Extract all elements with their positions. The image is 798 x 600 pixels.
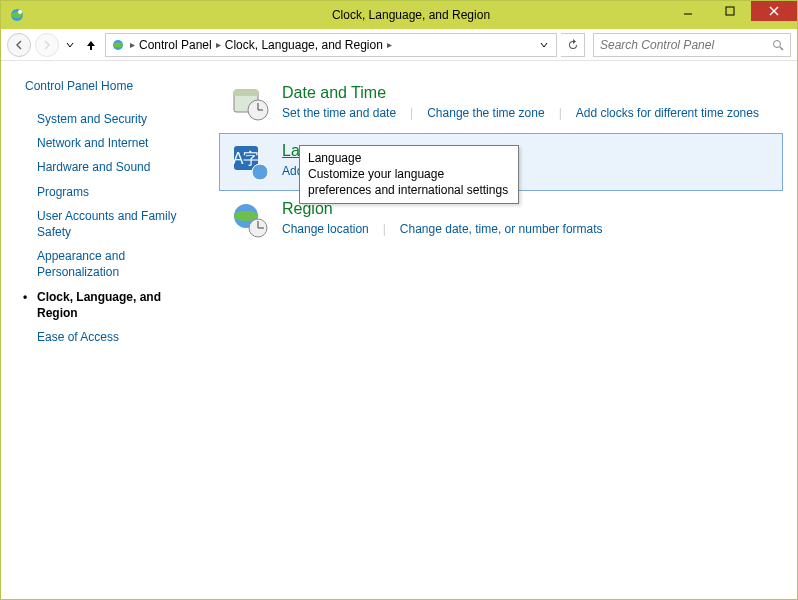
chevron-right-icon: ▸: [130, 39, 135, 50]
location-icon: [110, 37, 126, 53]
sidebar-item-user-accounts[interactable]: User Accounts and Family Safety: [25, 204, 203, 244]
window: Clock, Language, and Region: [0, 0, 798, 600]
up-button[interactable]: [81, 33, 101, 57]
tooltip-body: Customize your language preferences and …: [308, 166, 510, 198]
address-dropdown[interactable]: [536, 41, 552, 49]
breadcrumb-clock-language-region[interactable]: Clock, Language, and Region: [225, 38, 383, 52]
svg-rect-12: [234, 90, 258, 96]
link-change-time-zone[interactable]: Change the time zone: [427, 106, 544, 120]
svg-text:A字: A字: [233, 150, 260, 167]
control-panel-home-link[interactable]: Control Panel Home: [25, 79, 203, 93]
sidebar-item-network-internet[interactable]: Network and Internet: [25, 131, 203, 155]
svg-point-9: [774, 40, 781, 47]
category-title-date-time[interactable]: Date and Time: [282, 84, 772, 102]
link-set-time-date[interactable]: Set the time and date: [282, 106, 396, 120]
svg-point-18: [252, 164, 268, 180]
history-dropdown[interactable]: [63, 33, 77, 57]
date-time-icon: [230, 84, 270, 124]
sidebar-item-appearance[interactable]: Appearance and Personalization: [25, 244, 203, 284]
search-box[interactable]: [593, 33, 791, 57]
breadcrumb-control-panel[interactable]: Control Panel: [139, 38, 212, 52]
tooltip-title: Language: [308, 150, 510, 166]
search-input[interactable]: [600, 38, 772, 52]
refresh-button[interactable]: [561, 33, 585, 57]
body: Control Panel Home System and Security N…: [1, 61, 797, 599]
sidebar: Control Panel Home System and Security N…: [1, 61, 213, 599]
svg-rect-4: [726, 7, 734, 15]
language-icon: A字: [230, 142, 270, 182]
svg-point-8: [113, 42, 123, 47]
category-date-time: Date and Time Set the time and date | Ch…: [219, 75, 783, 133]
sidebar-item-system-security[interactable]: System and Security: [25, 107, 203, 131]
titlebar: Clock, Language, and Region: [1, 1, 797, 29]
tooltip: Language Customize your language prefere…: [299, 145, 519, 204]
region-icon: [230, 200, 270, 240]
address-bar[interactable]: ▸ Control Panel ▸ Clock, Language, and R…: [105, 33, 557, 57]
search-icon: [772, 39, 784, 51]
forward-button[interactable]: [35, 33, 59, 57]
close-button[interactable]: [751, 1, 797, 21]
sidebar-item-clock-language-region[interactable]: Clock, Language, and Region: [25, 285, 203, 325]
link-change-location[interactable]: Change location: [282, 222, 369, 236]
maximize-button[interactable]: [709, 1, 751, 21]
sidebar-item-hardware-sound[interactable]: Hardware and Sound: [25, 155, 203, 179]
chevron-right-icon: ▸: [216, 39, 221, 50]
link-add-clocks[interactable]: Add clocks for different time zones: [576, 106, 759, 120]
svg-point-2: [18, 10, 22, 14]
toolbar: ▸ Control Panel ▸ Clock, Language, and R…: [1, 29, 797, 61]
minimize-button[interactable]: [667, 1, 709, 21]
window-buttons: [667, 1, 797, 21]
content: Date and Time Set the time and date | Ch…: [213, 61, 797, 599]
app-icon: [9, 7, 25, 23]
back-button[interactable]: [7, 33, 31, 57]
link-change-formats[interactable]: Change date, time, or number formats: [400, 222, 603, 236]
sidebar-item-programs[interactable]: Programs: [25, 180, 203, 204]
sidebar-item-ease-of-access[interactable]: Ease of Access: [25, 325, 203, 349]
chevron-right-icon: ▸: [387, 39, 392, 50]
svg-line-10: [780, 47, 783, 50]
sidebar-list: System and Security Network and Internet…: [25, 107, 203, 349]
